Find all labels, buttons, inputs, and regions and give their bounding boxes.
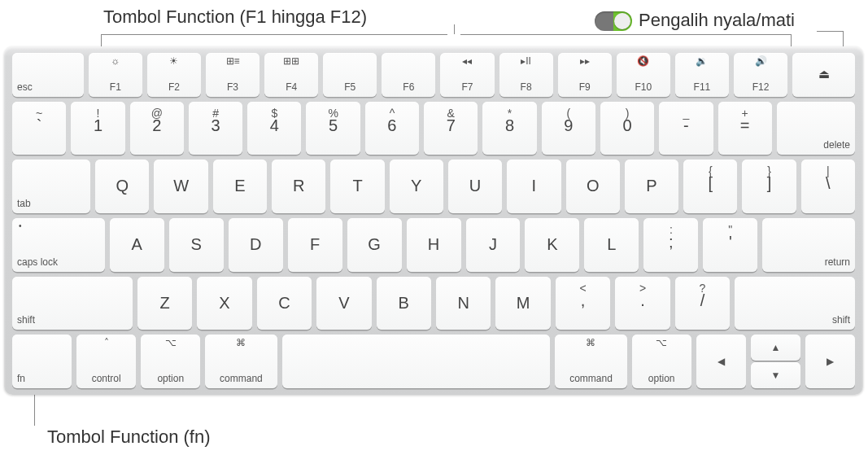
key-o[interactable]: O — [566, 160, 620, 213]
key-f[interactable]: F — [288, 218, 342, 272]
key-q[interactable]: Q — [95, 160, 149, 213]
label-toggle: Pengalih nyala/mati — [639, 10, 795, 31]
key-v[interactable]: V — [316, 277, 371, 330]
arrow-up-key[interactable]: ▲ — [751, 335, 800, 361]
quote-key[interactable]: "' — [703, 218, 757, 272]
key-9[interactable]: (9 — [542, 102, 595, 155]
letter: D — [233, 235, 278, 254]
key-0[interactable]: )0 — [600, 102, 654, 155]
letter: N — [441, 294, 486, 313]
control-key[interactable]: ˄control — [76, 335, 136, 388]
key-c[interactable]: C — [257, 277, 312, 330]
arrow-updown-group: ▲ ▼ — [751, 335, 800, 388]
tab-key[interactable]: tab — [12, 160, 90, 213]
f12-key[interactable]: 🔊F12 — [734, 53, 787, 97]
arrow-right-key[interactable]: ▶ — [805, 335, 855, 388]
return-key[interactable]: return — [762, 218, 855, 272]
arrow-left-key[interactable]: ◀ — [696, 335, 746, 388]
row-asdf: caps lock A S D F G H J K L :; "' return — [12, 218, 855, 272]
key-m[interactable]: M — [495, 277, 550, 330]
key-p[interactable]: P — [625, 160, 678, 213]
key-r[interactable]: R — [272, 160, 325, 213]
key-s[interactable]: S — [169, 218, 224, 272]
key-3[interactable]: #3 — [189, 102, 242, 155]
command-left-key[interactable]: ⌘command — [205, 335, 277, 388]
f6-key[interactable]: F6 — [382, 53, 435, 97]
backslash-key[interactable]: |\ — [801, 160, 855, 213]
key-8[interactable]: *8 — [482, 102, 536, 155]
key-i[interactable]: I — [507, 160, 560, 213]
key-4[interactable]: $4 — [247, 102, 301, 155]
command-right-key[interactable]: ⌘command — [555, 335, 626, 388]
delete-key[interactable]: delete — [777, 102, 855, 155]
option-left-key[interactable]: ⌥option — [141, 335, 200, 388]
letter: G — [352, 235, 397, 254]
f7-key[interactable]: ◂◂F7 — [440, 53, 494, 97]
brightness-up-icon: ☀ — [147, 55, 201, 67]
f-label: F11 — [694, 81, 711, 93]
f10-key[interactable]: 🔇F10 — [617, 53, 670, 97]
backtick-key[interactable]: ~` — [12, 102, 66, 155]
eject-key[interactable]: ⏏ — [792, 53, 855, 97]
keyboard: esc ☼F1 ☀F2 ⊞≡F3 ⊞⊞F4 F5 F6 ◂◂F7 ▸IIF8 ▸… — [4, 46, 863, 395]
f5-key[interactable]: F5 — [323, 53, 377, 97]
f1-key[interactable]: ☼F1 — [89, 53, 142, 97]
bracket-left-key[interactable]: {[ — [683, 160, 737, 213]
brightness-down-icon: ☼ — [89, 55, 142, 67]
fn-key[interactable]: fn — [12, 335, 72, 388]
key-z[interactable]: Z — [137, 277, 192, 330]
option-right-key[interactable]: ⌥option — [632, 335, 691, 388]
key-b[interactable]: B — [377, 277, 431, 330]
key-upper: @ — [130, 107, 184, 120]
key-w[interactable]: W — [154, 160, 207, 213]
caps-lock-key[interactable]: caps lock — [12, 218, 105, 272]
option-icon: ⌥ — [632, 337, 691, 348]
period-key[interactable]: >. — [615, 277, 670, 330]
key-x[interactable]: X — [197, 277, 251, 330]
callout-line — [791, 34, 792, 47]
f4-key[interactable]: ⊞⊞F4 — [264, 53, 318, 97]
arrow-down-key[interactable]: ▼ — [751, 362, 800, 388]
key-u[interactable]: U — [448, 160, 502, 213]
f3-key[interactable]: ⊞≡F3 — [206, 53, 260, 97]
spacebar-key[interactable] — [282, 335, 551, 388]
bracket-right-key[interactable]: }] — [742, 160, 796, 213]
shift-right-key[interactable]: shift — [735, 277, 855, 330]
key-t[interactable]: T — [330, 160, 384, 213]
key-y[interactable]: Y — [390, 160, 443, 213]
key-j[interactable]: J — [466, 218, 521, 272]
key-h[interactable]: H — [407, 218, 461, 272]
key-k[interactable]: K — [525, 218, 579, 272]
label-function-keys: Tombol Function (F1 hingga F12) — [103, 7, 367, 28]
f8-key[interactable]: ▸IIF8 — [499, 53, 553, 97]
key-6[interactable]: ^6 — [365, 102, 419, 155]
label-fn-key: Tombol Function (fn) — [47, 427, 211, 448]
semicolon-key[interactable]: :; — [643, 218, 698, 272]
key-n[interactable]: N — [436, 277, 491, 330]
key-1[interactable]: !1 — [71, 102, 124, 155]
key-d[interactable]: D — [229, 218, 283, 272]
key-g[interactable]: G — [347, 218, 402, 272]
shift-left-key[interactable]: shift — [12, 277, 133, 330]
on-off-switch[interactable] — [595, 11, 632, 31]
key-2[interactable]: @2 — [130, 102, 184, 155]
equals-key[interactable]: += — [718, 102, 772, 155]
letter: I — [512, 177, 556, 195]
letter: R — [277, 177, 321, 195]
letter: L — [589, 235, 634, 254]
f-label: F3 — [227, 81, 238, 93]
f2-key[interactable]: ☀F2 — [147, 53, 201, 97]
key-7[interactable]: &7 — [424, 102, 478, 155]
key-a[interactable]: A — [110, 218, 164, 272]
f9-key[interactable]: ▸▸F9 — [558, 53, 612, 97]
slash-key[interactable]: ?/ — [675, 277, 730, 330]
key-5[interactable]: %5 — [306, 102, 360, 155]
key-l[interactable]: L — [584, 218, 639, 272]
esc-key[interactable]: esc — [12, 53, 84, 97]
arrow-right-icon: ▶ — [827, 356, 834, 367]
key-upper: ~ — [12, 107, 66, 120]
comma-key[interactable]: <, — [556, 277, 610, 330]
key-e[interactable]: E — [213, 160, 267, 213]
f11-key[interactable]: 🔉F11 — [675, 53, 729, 97]
minus-key[interactable]: _- — [659, 102, 713, 155]
